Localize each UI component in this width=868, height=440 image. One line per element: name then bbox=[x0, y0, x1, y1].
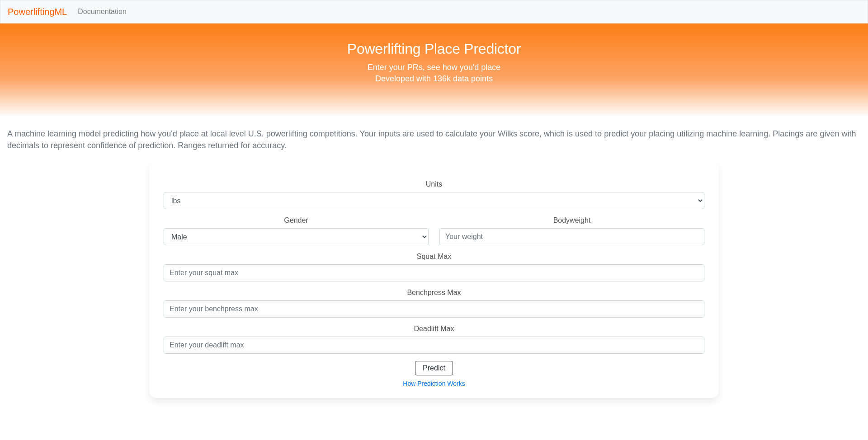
gender-select[interactable]: Male bbox=[164, 228, 429, 245]
navbar: PowerliftingML Documentation bbox=[0, 0, 868, 23]
units-select[interactable]: lbs bbox=[164, 192, 704, 209]
bench-label: Benchpress Max bbox=[164, 289, 704, 297]
how-prediction-works-link[interactable]: How Prediction Works bbox=[164, 380, 704, 387]
predict-button[interactable]: Predict bbox=[415, 361, 453, 375]
prediction-form-card: Units lbs Gender Male Bodyweight Squat M… bbox=[149, 162, 719, 398]
hero-subtitle-2: Developed with 136k data points bbox=[7, 74, 861, 84]
hero: Powerlifting Place Predictor Enter your … bbox=[0, 23, 868, 117]
bench-input[interactable] bbox=[164, 300, 704, 318]
bodyweight-input[interactable] bbox=[439, 228, 704, 245]
hero-subtitle-1: Enter your PRs, see how you'd place bbox=[7, 63, 861, 72]
hero-title: Powerlifting Place Predictor bbox=[7, 41, 861, 57]
deadlift-label: Deadlift Max bbox=[164, 325, 704, 333]
brand-link[interactable]: PowerliftingML bbox=[8, 7, 67, 17]
units-label: Units bbox=[164, 180, 704, 188]
deadlift-input[interactable] bbox=[164, 337, 704, 354]
gender-label: Gender bbox=[164, 216, 429, 225]
squat-input[interactable] bbox=[164, 264, 704, 281]
bodyweight-label: Bodyweight bbox=[439, 216, 704, 225]
squat-label: Squat Max bbox=[164, 253, 704, 261]
documentation-link[interactable]: Documentation bbox=[74, 4, 130, 19]
intro-description: A machine learning model predicting how … bbox=[0, 117, 868, 155]
